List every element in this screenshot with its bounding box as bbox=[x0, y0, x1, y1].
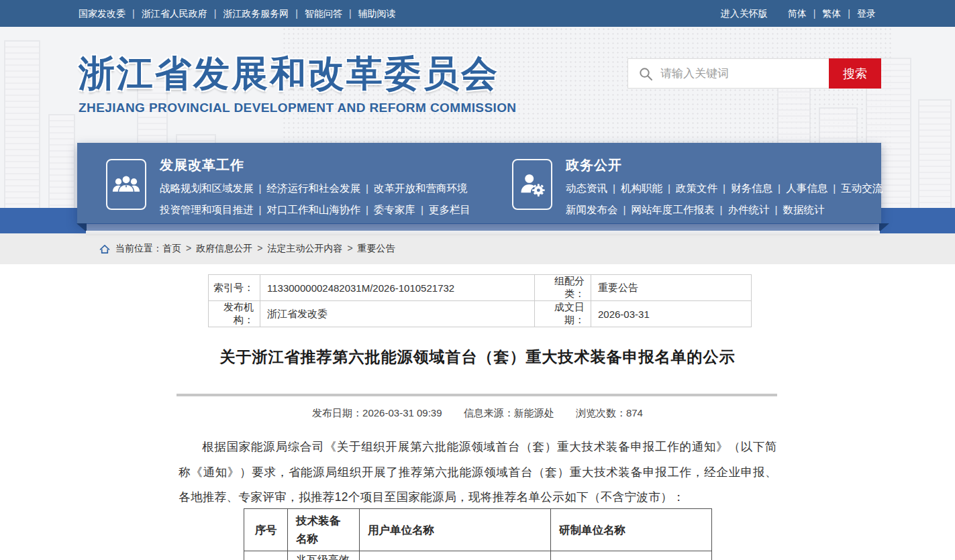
nav-link[interactable]: 更多栏目 bbox=[429, 204, 470, 215]
nav-links-row: 动态资讯机构职能政策文件财务信息人事信息互动交流 bbox=[566, 182, 883, 195]
nav-section-title[interactable]: 政务公开 bbox=[566, 156, 883, 174]
cell-user-unit bbox=[360, 551, 551, 560]
nav-section-title[interactable]: 发展改革工作 bbox=[160, 156, 470, 174]
topbar-link-care-version[interactable]: 进入关怀版 bbox=[721, 8, 768, 19]
home-icon bbox=[99, 244, 110, 254]
views-value: 874 bbox=[626, 407, 643, 418]
topbar-link-assist-reading[interactable]: 辅助阅读 bbox=[358, 8, 396, 19]
issuing-agency-value: 浙江省发改委 bbox=[260, 301, 535, 327]
breadcrumb-label: 当前位置： bbox=[115, 243, 162, 255]
article-meta: 发布日期：2026-03-31 09:39 信息来源：新能源处 浏览次数：874 bbox=[0, 407, 955, 420]
nav-link[interactable]: 新闻发布会 bbox=[566, 204, 632, 215]
source-label: 信息来源： bbox=[464, 407, 514, 418]
person-gear-icon bbox=[512, 159, 552, 210]
site-subtitle: ZHEJIANG PROVINCIAL DEVELOPMENT AND REFO… bbox=[79, 101, 516, 115]
topbar-link-zj-service[interactable]: 浙江政务服务网 bbox=[223, 8, 305, 19]
title-divider bbox=[177, 394, 777, 396]
table-header-row: 序号 技术装备名称 用户单位名称 研制单位名称 bbox=[244, 509, 712, 551]
nav-section-gov-disclosure: 政务公开 动态资讯机构职能政策文件财务信息人事信息互动交流 新闻发布会网站年度工… bbox=[512, 143, 883, 223]
nav-link[interactable]: 财务信息 bbox=[731, 182, 786, 194]
issue-date-value: 2026-03-31 bbox=[591, 301, 752, 327]
issue-date-label: 成文日期： bbox=[535, 301, 591, 327]
banner-reflection-strip bbox=[86, 224, 880, 231]
nav-link[interactable]: 经济运行和社会发展 bbox=[267, 182, 374, 194]
nav-links-row: 新闻发布会网站年度工作报表办件统计数据统计 bbox=[566, 203, 883, 217]
skyline-decoration bbox=[4, 40, 40, 236]
category-value: 重要公告 bbox=[591, 275, 752, 301]
nav-links-row: 战略规划和区域发展经济运行和社会发展改革开放和营商环境 bbox=[160, 182, 470, 195]
banner-fade bbox=[86, 231, 880, 235]
nav-link[interactable]: 机构职能 bbox=[621, 182, 676, 194]
topbar-left-links: 国家发改委浙江省人民政府浙江政务服务网智能问答辅助阅读 bbox=[79, 7, 396, 20]
table-row: 索引号： 11330000002482031M/2026-1010521732 … bbox=[209, 275, 752, 301]
page: 国家发改委浙江省人民政府浙江政务服务网智能问答辅助阅读 进入关怀版简体繁体登录 … bbox=[0, 0, 955, 560]
nav-link[interactable]: 动态资讯 bbox=[566, 182, 621, 194]
nav-link[interactable]: 互动交流 bbox=[841, 182, 883, 194]
topbar-link-zj-gov[interactable]: 浙江省人民政府 bbox=[142, 8, 223, 19]
nav-links-row: 投资管理和项目推进对口工作和山海协作委专家库更多栏目 bbox=[160, 203, 470, 217]
nav-link[interactable]: 投资管理和项目推进 bbox=[160, 204, 267, 215]
site-title: 浙江省发展和改革委员会 bbox=[79, 54, 516, 93]
main-nav-banner: 发展改革工作 战略规划和区域发展经济运行和社会发展改革开放和营商环境 投资管理和… bbox=[77, 143, 881, 223]
breadcrumb: 当前位置： 首页 政府信息公开 法定主动公开内容 重要公告 bbox=[99, 243, 395, 255]
search-input[interactable] bbox=[628, 59, 829, 88]
cell-developer-unit bbox=[551, 551, 712, 560]
recommendation-table: 序号 技术装备名称 用户单位名称 研制单位名称 兆瓦级高效 bbox=[244, 508, 712, 560]
views-label: 浏览次数： bbox=[576, 407, 626, 418]
nav-link[interactable]: 数据统计 bbox=[783, 204, 825, 215]
header-user-unit: 用户单位名称 bbox=[360, 509, 551, 551]
site-brand: 浙江省发展和改革委员会 ZHEJIANG PROVINCIAL DEVELOPM… bbox=[79, 54, 516, 115]
people-group-icon bbox=[106, 159, 146, 210]
topbar-link-traditional[interactable]: 繁体 bbox=[822, 8, 857, 19]
cell-serial bbox=[244, 551, 288, 560]
header-serial-number: 序号 bbox=[244, 509, 288, 551]
search-icon bbox=[639, 67, 653, 84]
article-paragraph: 根据国家能源局综合司《关于组织开展第六批能源领域首台（套）重大技术装备申报工作的… bbox=[179, 435, 777, 510]
index-number-label: 索引号： bbox=[209, 275, 260, 301]
publish-date-label: 发布日期： bbox=[312, 407, 362, 418]
index-number-value: 11330000002482031M/2026-1010521732 bbox=[260, 275, 535, 301]
breadcrumb-band: 当前位置： 首页 政府信息公开 法定主动公开内容 重要公告 bbox=[0, 233, 955, 264]
document-info-table: 索引号： 11330000002482031M/2026-1010521732 … bbox=[208, 274, 752, 327]
search-button[interactable]: 搜索 bbox=[829, 58, 881, 89]
breadcrumb-item-important-notices: 重要公告 bbox=[358, 243, 395, 255]
topbar-link-ndrc[interactable]: 国家发改委 bbox=[79, 8, 142, 19]
table-row: 兆瓦级高效 bbox=[244, 551, 712, 560]
nav-link[interactable]: 政策文件 bbox=[676, 182, 731, 194]
breadcrumb-item-statutory-disclosure[interactable]: 法定主动公开内容 bbox=[267, 243, 357, 255]
header-equipment-name: 技术装备名称 bbox=[288, 509, 360, 551]
header-developer-unit: 研制单位名称 bbox=[551, 509, 712, 551]
topbar-link-smart-qa[interactable]: 智能问答 bbox=[305, 8, 358, 19]
nav-link[interactable]: 办件统计 bbox=[728, 204, 783, 215]
nav-link[interactable]: 对口工作和山海协作 bbox=[267, 204, 374, 215]
search-bar: 搜索 bbox=[627, 58, 881, 89]
breadcrumb-item-info-disclosure[interactable]: 政府信息公开 bbox=[196, 243, 267, 255]
topbar-right-links: 进入关怀版简体繁体登录 bbox=[721, 7, 876, 20]
topbar-link-login[interactable]: 登录 bbox=[857, 8, 876, 19]
nav-link[interactable]: 委专家库 bbox=[374, 204, 429, 215]
nav-link[interactable]: 战略规划和区域发展 bbox=[160, 182, 267, 194]
nav-link[interactable]: 人事信息 bbox=[786, 182, 841, 194]
issuing-agency-label: 发布机构： bbox=[209, 301, 260, 327]
publish-date-value: 2026-03-31 09:39 bbox=[362, 407, 442, 418]
topbar-link-simplified[interactable]: 简体 bbox=[788, 8, 823, 19]
source-value: 新能源处 bbox=[514, 407, 554, 418]
nav-link[interactable]: 网站年度工作报表 bbox=[632, 204, 728, 215]
article-title: 关于浙江省推荐第六批能源领域首台（套）重大技术装备申报名单的公示 bbox=[0, 347, 955, 368]
nav-section-development-reform: 发展改革工作 战略规划和区域发展经济运行和社会发展改革开放和营商环境 投资管理和… bbox=[106, 143, 470, 223]
nav-link[interactable]: 改革开放和营商环境 bbox=[374, 182, 468, 194]
breadcrumb-item-home[interactable]: 首页 bbox=[162, 243, 196, 255]
cell-equipment-name: 兆瓦级高效 bbox=[288, 551, 360, 560]
table-row: 发布机构： 浙江省发改委 成文日期： 2026-03-31 bbox=[209, 301, 752, 327]
topbar: 国家发改委浙江省人民政府浙江政务服务网智能问答辅助阅读 进入关怀版简体繁体登录 bbox=[0, 0, 955, 27]
category-label: 组配分类： bbox=[535, 275, 591, 301]
